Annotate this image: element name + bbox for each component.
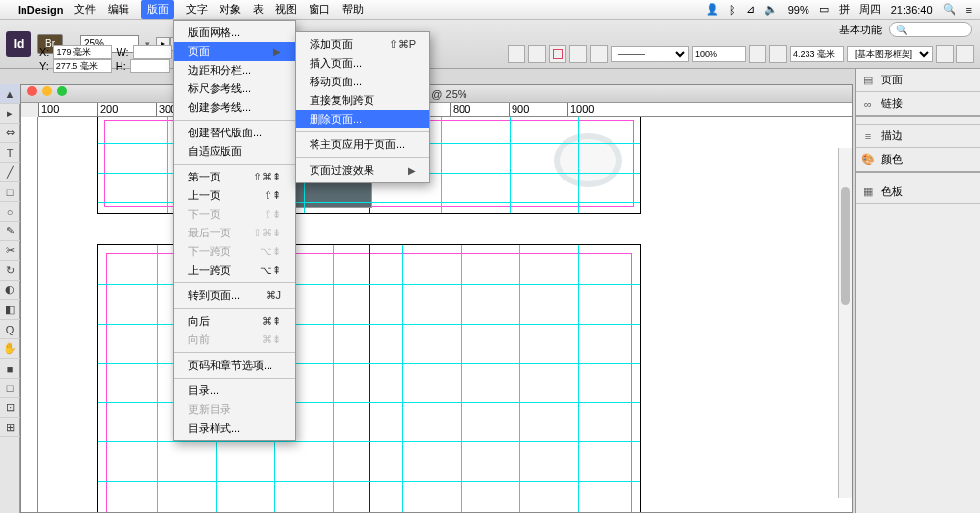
menu-item[interactable]: 上一页⇧⇞ [174,186,295,205]
menu-item[interactable]: 目录样式... [174,419,295,437]
frame-style-select[interactable]: [基本图形框架] [847,46,933,62]
menu-type[interactable]: 文字 [186,2,208,17]
canvas[interactable] [38,117,852,512]
menu-item[interactable]: 插入页面... [296,54,429,73]
menu-item[interactable]: 页面过渡效果▶ [296,161,429,180]
menu-item[interactable]: 添加页面⇧⌘P [296,35,429,54]
notification-icon[interactable]: ≡ [966,4,972,16]
tool-type[interactable]: T [0,143,20,163]
menu-item[interactable]: 第一页⇧⌘⇞ [174,168,295,186]
links-icon: ∞ [861,97,875,111]
tool-direct[interactable]: ▸ [0,104,20,124]
flip-h-icon[interactable] [508,45,525,63]
menu-item[interactable]: 版面网格... [174,24,295,42]
menu-item[interactable]: 移动页面... [296,73,429,91]
stroke-icon[interactable] [590,45,608,63]
ime-icon[interactable]: 拼 [839,2,850,17]
stroke-weight-input[interactable] [790,46,844,62]
menu-table[interactable]: 表 [253,2,264,17]
coffee-cup-image[interactable] [554,133,622,187]
close-button[interactable] [27,86,37,96]
auto-fit-icon[interactable] [569,45,587,63]
menu-item[interactable]: 边距和分栏... [174,61,295,79]
corner-icon[interactable] [769,45,787,63]
tool-mode2[interactable]: ⊞ [0,418,20,437]
right-panel-dock: ▤页面 ∞链接 ≡描边 🎨颜色 ▦色板 [855,69,980,513]
stroke-style-select[interactable]: ——— [611,46,689,62]
help-search[interactable] [889,22,972,37]
menu-item[interactable]: 标尺参考线... [174,79,295,98]
tool-fill[interactable]: ■ [0,359,20,379]
tool-scissors[interactable]: ✂ [0,241,20,261]
tool-line[interactable]: ╱ [0,163,20,182]
workspace-label[interactable]: 基本功能 [839,23,882,37]
h-input[interactable] [130,59,170,73]
frame-fit-icon[interactable] [549,45,566,63]
x-input[interactable] [53,45,112,59]
menu-object[interactable]: 对象 [220,2,241,17]
menu-item[interactable]: 页面▶ [174,42,295,61]
tool-zoom[interactable]: Q [0,320,20,339]
menu-layout[interactable]: 版面 [141,0,174,19]
menu-item[interactable]: 创建参考线... [174,98,295,117]
menu-item[interactable]: 将主页应用于页面... [296,135,429,154]
menu-item[interactable]: 目录... [174,382,295,400]
menu-item[interactable]: 转到页面...⌘J [174,286,295,305]
volume-icon[interactable]: 🔈 [764,3,778,16]
flip-v-icon[interactable] [528,45,546,63]
tool-selection[interactable]: ▲ [0,84,20,104]
panel-links[interactable]: ∞链接 [856,92,980,117]
panel-pages[interactable]: ▤页面 [856,69,980,92]
horizontal-ruler[interactable]: 1002003004005006007008009001000 [38,103,852,117]
panel-pages-label: 页面 [881,73,903,87]
menu-item[interactable]: 页码和章节选项... [174,356,295,375]
extra-icon-1[interactable] [936,45,954,63]
app-name: InDesign [18,4,63,16]
tool-mode1[interactable]: ⊡ [0,398,20,418]
tool-stroke[interactable]: □ [0,379,20,398]
tool-gradient[interactable]: ◐ [0,281,20,300]
panel-color-label: 颜色 [881,152,903,167]
menu-item[interactable]: 向后⌘⇞ [174,312,295,331]
tool-hand[interactable]: ✋ [0,339,20,359]
menu-item[interactable]: 创建替代版面... [174,124,295,142]
menu-item[interactable]: 直接复制跨页 [296,91,429,110]
pages-submenu: 添加页面⇧⌘P插入页面...移动页面...直接复制跨页删除页面...将主页应用于… [295,31,430,183]
tool-note[interactable]: ◧ [0,300,20,320]
tool-ellipse[interactable]: ○ [0,202,20,222]
tool-rect-frame[interactable]: □ [0,182,20,202]
menu-view[interactable]: 视图 [275,2,297,17]
menu-window[interactable]: 窗口 [309,2,330,17]
bluetooth-icon[interactable]: ᛒ [729,4,736,16]
layout-menu: 版面网格...页面▶边距和分栏...标尺参考线...创建参考线...创建替代版面… [173,20,296,441]
y-label: Y: [39,60,49,72]
user-icon[interactable]: 👤 [706,3,719,16]
extra-icon-2[interactable] [956,45,974,63]
menu-item[interactable]: 自适应版面 [174,142,295,161]
panel-swatches[interactable]: ▦色板 [856,180,980,204]
percent-input[interactable] [692,46,746,62]
h-label: H: [116,60,126,72]
stroke-panel-icon: ≡ [861,129,875,143]
tool-pencil[interactable]: ✎ [0,222,20,241]
tool-rotate[interactable]: ↻ [0,261,20,281]
scrollbar-thumb[interactable] [841,187,850,305]
menu-item[interactable]: 删除页面... [296,110,429,128]
menu-item[interactable]: 上一跨页⌥⇞ [174,261,295,280]
fx-icon[interactable] [749,45,766,63]
spotlight-icon[interactable]: 🔍 [943,3,956,16]
menu-help[interactable]: 帮助 [342,2,364,17]
w-input[interactable] [133,45,172,59]
panel-stroke[interactable]: ≡描边 [856,125,980,148]
vertical-ruler[interactable] [21,117,38,512]
wifi-icon[interactable]: ⊿ [746,3,755,16]
vertical-scrollbar[interactable] [838,148,852,498]
menu-edit[interactable]: 编辑 [108,2,129,17]
menu-file[interactable]: 文件 [74,2,96,17]
tool-gap[interactable]: ⇔ [0,124,20,143]
maximize-button[interactable] [57,86,67,96]
panel-color[interactable]: 🎨颜色 [856,148,980,173]
minimize-button[interactable] [42,86,52,96]
panel-swatches-label: 色板 [881,184,903,199]
y-input[interactable] [53,59,112,73]
